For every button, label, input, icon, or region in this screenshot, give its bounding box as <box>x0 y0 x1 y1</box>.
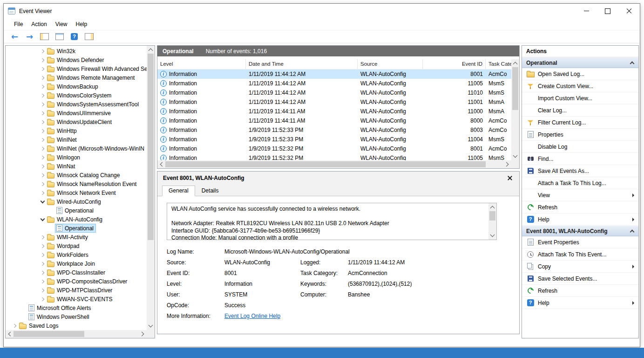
tree-item[interactable]: Win32k <box>6 47 147 55</box>
event-row[interactable]: Information 1/9/2019 11:52:33 PM WLAN-Au… <box>157 135 511 144</box>
tree-item[interactable]: WPD-CompositeClassDriver <box>6 277 147 286</box>
action-item[interactable]: Help <box>522 297 638 309</box>
event-row[interactable]: Information 1/9/2019 11:52:32 PM WLAN-Au… <box>157 153 511 160</box>
expand-chevron-icon[interactable] <box>39 162 46 171</box>
scroll-down-icon[interactable] <box>511 152 519 160</box>
scroll-thumb[interactable] <box>489 211 495 220</box>
tree-item[interactable]: WPD-ClassInstaller <box>6 268 147 277</box>
tree-node[interactable]: WPD-MTPClassDriver <box>46 286 115 295</box>
properties-window-icon[interactable] <box>54 32 65 42</box>
show-console-tree-icon[interactable] <box>39 32 50 42</box>
forward-icon[interactable] <box>24 32 35 42</box>
event-row[interactable]: Information 1/11/2019 11:44:12 AM WLAN-A… <box>157 79 511 88</box>
expand-chevron-icon[interactable] <box>39 144 46 153</box>
scroll-left-icon[interactable] <box>157 160 165 168</box>
action-item[interactable]: Help <box>522 213 638 226</box>
tree-item[interactable]: Windows Defender <box>6 55 147 64</box>
action-group-operational[interactable]: Operational <box>522 57 638 68</box>
tree-item[interactable]: Workplace Join <box>6 259 147 268</box>
tree-node[interactable]: Wired-AutoConfig <box>46 198 103 206</box>
tree-item[interactable]: WMI-Activity <box>6 233 147 241</box>
tree-item[interactable]: WindowsColorSystem <box>6 91 147 100</box>
event-row[interactable]: Information 1/11/2019 11:44:11 AM WLAN-A… <box>157 116 511 125</box>
tree-item[interactable]: Microsoft Office Alerts <box>6 303 147 312</box>
column-header[interactable]: Date and Time <box>246 59 358 69</box>
action-group-event[interactable]: Event 8001, WLAN-AutoConfig <box>522 226 638 236</box>
tree-item[interactable]: WinNat <box>6 162 147 171</box>
tree-node[interactable]: Win32k <box>46 47 78 55</box>
events-horizontal-scrollbar[interactable] <box>157 160 511 168</box>
tree-node[interactable]: Operational <box>55 224 96 233</box>
action-item[interactable]: Import Custom View... <box>522 92 638 104</box>
expand-chevron-icon[interactable] <box>39 179 46 188</box>
tree-node[interactable]: WinNat <box>46 162 77 171</box>
tree-item[interactable]: Windows Remote Management <box>6 73 147 82</box>
event-log-online-help-link[interactable]: Event Log Online Help <box>224 313 300 319</box>
tree-item[interactable]: Wordpad <box>6 241 147 250</box>
expand-chevron-icon[interactable] <box>39 153 46 162</box>
action-item[interactable]: Refresh <box>522 201 638 213</box>
expand-chevron-icon[interactable] <box>39 188 46 197</box>
expand-chevron-icon[interactable] <box>39 259 46 268</box>
expand-chevron-icon[interactable] <box>39 215 46 224</box>
tree-node[interactable]: WindowsBackup <box>46 83 101 91</box>
menu-view[interactable]: View <box>51 19 72 29</box>
action-item[interactable]: Save All Events As... <box>522 165 638 177</box>
column-header[interactable]: Source <box>358 59 423 69</box>
expand-chevron-icon[interactable] <box>39 233 46 241</box>
menu-file[interactable]: File <box>10 19 27 29</box>
action-item[interactable]: Find... <box>522 153 638 165</box>
expand-chevron-icon[interactable] <box>39 109 46 117</box>
collapse-chevron-icon[interactable] <box>630 61 634 65</box>
action-item[interactable]: Clear Log... <box>522 104 638 117</box>
action-item[interactable]: Filter Current Log... <box>522 117 638 129</box>
event-row[interactable]: Information 1/11/2019 11:44:12 AM WLAN-A… <box>157 88 511 97</box>
expand-chevron-icon[interactable] <box>39 171 46 179</box>
tree-item[interactable]: Windows Firewall With Advanced Se <box>6 64 147 73</box>
tree-item[interactable]: WindowsUIImmersive <box>6 109 147 117</box>
maximize-button[interactable] <box>597 4 618 18</box>
expand-chevron-icon[interactable] <box>39 197 46 206</box>
tree-vertical-scrollbar[interactable] <box>147 46 155 330</box>
expand-chevron-icon[interactable] <box>39 47 46 55</box>
tree-item[interactable]: WinINet (Microsoft-Windows-WinIN <box>6 144 147 153</box>
tree-item[interactable]: Winlogon <box>6 153 147 162</box>
expand-chevron-icon[interactable] <box>39 286 46 295</box>
expand-chevron-icon[interactable] <box>39 82 46 91</box>
scroll-right-icon[interactable] <box>503 160 511 168</box>
tree-node[interactable]: WorkFolders <box>46 251 91 259</box>
column-header[interactable]: Level <box>157 59 246 69</box>
tree-item[interactable]: Operational <box>6 206 147 215</box>
action-item[interactable]: Disable Log <box>522 141 638 153</box>
expand-chevron-icon[interactable] <box>11 321 18 330</box>
tree-item[interactable]: Winsock NameResolution Event <box>6 179 147 188</box>
tree-node[interactable]: WinHttp <box>46 127 79 135</box>
expand-chevron-icon[interactable] <box>39 64 46 73</box>
tree-item[interactable]: WindowsUpdateClient <box>6 117 147 126</box>
tree-node[interactable]: Wordpad <box>46 242 81 250</box>
action-item[interactable]: Open Saved Log... <box>522 68 638 80</box>
collapse-chevron-icon[interactable] <box>630 229 634 233</box>
expand-chevron-icon[interactable] <box>39 73 46 82</box>
tree-node[interactable]: Operational <box>55 206 96 215</box>
event-row[interactable]: Information 1/9/2019 11:52:32 PM WLAN-Au… <box>157 144 511 153</box>
tree-item[interactable]: Wired-AutoConfig <box>6 197 147 206</box>
tree-node[interactable]: WindowsSystemAssessmentTool <box>46 100 141 109</box>
tree-node[interactable]: Winsock NameResolution Event <box>46 180 139 188</box>
action-item[interactable]: View <box>522 189 638 201</box>
tree-node[interactable]: WinINet <box>46 136 79 144</box>
tree-node[interactable]: WindowsUpdateClient <box>46 118 114 126</box>
tree-node[interactable]: WinINet (Microsoft-Windows-WinIN <box>46 145 147 153</box>
expand-chevron-icon[interactable] <box>39 117 46 126</box>
action-item[interactable]: Attach a Task To This Log... <box>522 177 638 189</box>
tree-node[interactable]: Winlogon <box>46 153 82 162</box>
scroll-thumb[interactable] <box>14 331 84 337</box>
tree-node[interactable]: WindowsUIImmersive <box>46 109 113 117</box>
tree-node[interactable]: Windows PowerShell <box>27 312 92 321</box>
action-item[interactable]: Save Selected Events... <box>522 273 638 285</box>
expand-chevron-icon[interactable] <box>48 224 55 233</box>
tree-node[interactable]: Windows Remote Management <box>46 74 137 82</box>
tab-details[interactable]: Details <box>195 186 225 196</box>
tab-general[interactable]: General <box>162 186 195 196</box>
expand-chevron-icon[interactable] <box>39 268 46 277</box>
